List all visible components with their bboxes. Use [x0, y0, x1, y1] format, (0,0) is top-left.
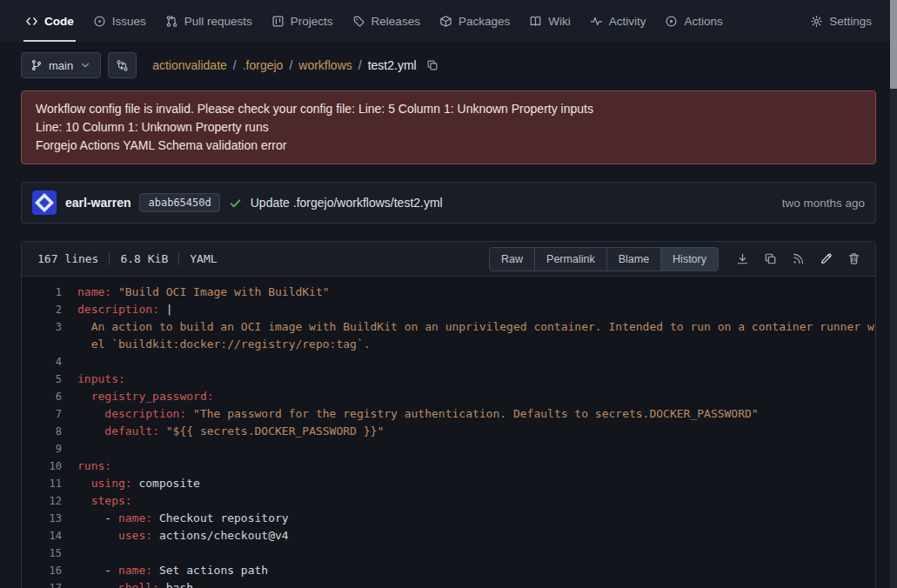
line-number[interactable]: 13 — [22, 510, 77, 527]
line-number[interactable]: 14 — [22, 527, 77, 545]
file-header: 167 lines 6.8 KiB YAML RawPermalinkBlame… — [22, 242, 875, 277]
divider — [178, 252, 179, 265]
nav-item-label: Issues — [112, 15, 146, 28]
file-panel: 167 lines 6.8 KiB YAML RawPermalinkBlame… — [21, 241, 876, 588]
code-text: description: "The password for the regis… — [77, 405, 759, 423]
nav-item-label: Releases — [372, 15, 420, 28]
content: main actionvalidate/.forgejo/workflows/t… — [0, 52, 897, 588]
nav-item-packages[interactable]: Packages — [430, 0, 519, 42]
nav-item-label: Projects — [291, 15, 333, 28]
code-text: runs: — [77, 458, 111, 475]
view-buttons: RawPermalinkBlameHistory — [489, 247, 719, 271]
edit-button[interactable] — [813, 247, 839, 271]
line-number[interactable]: 2 — [22, 301, 77, 318]
line-number[interactable]: 8 — [22, 423, 77, 440]
rss-feed-button[interactable] — [785, 247, 811, 271]
code-text: description: | — [77, 301, 173, 318]
book-icon — [529, 15, 542, 28]
nav-item-activity[interactable]: Activity — [580, 0, 656, 42]
page: CodeIssuesPull requestsProjectsReleasesP… — [0, 0, 897, 588]
code-line: 2description: | — [22, 301, 875, 318]
rss-icon — [792, 252, 805, 265]
breadcrumb-separator: / — [289, 58, 292, 72]
raw-button[interactable]: Raw — [489, 247, 535, 271]
branch-name: main — [49, 59, 73, 72]
nav-item-actions[interactable]: Actions — [655, 0, 732, 42]
branch-selector[interactable]: main — [21, 52, 101, 78]
download-button[interactable] — [729, 247, 755, 271]
chevron-down-icon — [79, 59, 91, 71]
file-meta: 167 lines 6.8 KiB YAML — [30, 252, 218, 265]
code-line: 7 description: "The password for the reg… — [22, 405, 875, 423]
line-number[interactable] — [22, 336, 77, 353]
gear-icon — [810, 15, 823, 28]
project-icon — [271, 15, 284, 28]
code-text: - name: Set actions path — [77, 562, 268, 579]
nav-item-label: Activity — [609, 15, 646, 28]
scrollbar-thumb[interactable] — [890, 0, 897, 89]
line-number[interactable]: 16 — [22, 562, 77, 579]
code-line: 17 shell: bash — [22, 579, 875, 588]
copy-icon — [764, 252, 777, 265]
code-line: 9 — [22, 440, 875, 458]
git-compare-icon — [116, 59, 129, 72]
code-text: uses: actions/checkout@v4 — [77, 527, 289, 545]
nav-item-issues[interactable]: Issues — [84, 0, 156, 42]
commit-author[interactable]: earl-warren — [65, 196, 131, 210]
copy-path-button[interactable] — [425, 57, 440, 73]
code-text: - name: Checkout repository — [77, 510, 289, 527]
scrollbar[interactable] — [890, 0, 897, 588]
package-icon — [439, 15, 452, 28]
code-text: using: composite — [77, 475, 200, 492]
history-button[interactable]: History — [660, 247, 719, 271]
pull-request-icon — [165, 15, 178, 28]
code-line: 4 — [22, 353, 875, 371]
compare-button[interactable] — [108, 52, 137, 78]
code-line: 8 default: "${{ secrets.DOCKER_PASSWORD … — [22, 423, 875, 440]
nav-item-wiki[interactable]: Wiki — [519, 0, 580, 42]
line-number[interactable]: 10 — [22, 458, 77, 475]
top-nav-items: CodeIssuesPull requestsProjectsReleasesP… — [16, 0, 733, 42]
commit-time: two months ago — [782, 197, 865, 210]
code-text: el `buildkit:docker://registry/repo:tag`… — [77, 336, 371, 353]
nav-item-pull-requests[interactable]: Pull requests — [156, 0, 262, 42]
permalink-button[interactable]: Permalink — [534, 247, 607, 271]
line-number[interactable]: 15 — [22, 545, 77, 562]
avatar[interactable] — [32, 190, 57, 215]
line-number[interactable]: 17 — [22, 579, 77, 588]
breadcrumb-separator: / — [233, 58, 237, 72]
error-banner: Workflow config file is invalid. Please … — [21, 90, 876, 164]
breadcrumb-file: test2.yml — [368, 58, 417, 72]
commit-hash[interactable]: abab65450d — [139, 193, 219, 212]
top-nav: CodeIssuesPull requestsProjectsReleasesP… — [0, 0, 897, 42]
error-line: Workflow config file is invalid. Please … — [36, 100, 861, 118]
nav-item-projects[interactable]: Projects — [262, 0, 343, 42]
line-number[interactable]: 11 — [22, 475, 77, 492]
code-text: default: "${{ secrets.DOCKER_PASSWORD }}… — [77, 423, 384, 440]
commit-message[interactable]: Update .forgejo/workflows/test2.yml — [251, 196, 443, 210]
line-number[interactable]: 3 — [22, 318, 77, 336]
error-line: Forgejo Actions YAML Schema validation e… — [36, 137, 861, 155]
line-number[interactable]: 7 — [22, 405, 77, 423]
copy-content-button[interactable] — [757, 247, 783, 271]
line-number[interactable]: 1 — [22, 284, 77, 301]
blame-button[interactable]: Blame — [606, 247, 661, 271]
file-language: YAML — [190, 252, 217, 265]
breadcrumb-segment[interactable]: workflows — [298, 58, 351, 72]
nav-item-label: Packages — [459, 15, 510, 28]
line-number[interactable]: 12 — [22, 492, 77, 510]
line-number[interactable]: 5 — [22, 371, 77, 388]
nav-item-label: Code — [44, 15, 74, 28]
code-line: el `buildkit:docker://registry/repo:tag`… — [22, 336, 875, 353]
breadcrumb: actionvalidate/.forgejo/workflows/test2.… — [152, 57, 439, 73]
line-number[interactable]: 4 — [22, 353, 77, 371]
delete-button[interactable] — [840, 247, 867, 271]
breadcrumb-segment[interactable]: .forgejo — [243, 58, 284, 72]
line-number[interactable]: 9 — [22, 440, 77, 458]
nav-item-code[interactable]: Code — [16, 0, 84, 42]
nav-item-releases[interactable]: Releases — [343, 0, 430, 42]
nav-item-settings[interactable]: Settings — [800, 0, 881, 42]
breadcrumb-separator: / — [358, 58, 362, 72]
breadcrumb-segment[interactable]: actionvalidate — [152, 58, 227, 72]
line-number[interactable]: 6 — [22, 388, 77, 405]
